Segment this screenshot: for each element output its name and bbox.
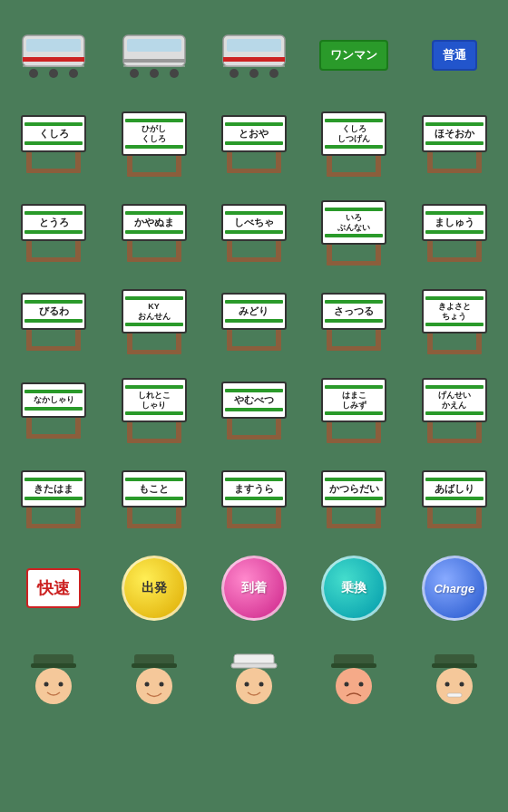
cell-s-katsuradai[interactable]: かつらだい <box>308 459 400 540</box>
svg-point-33 <box>236 668 272 704</box>
cell-s-hosooka[interactable]: ほそおか <box>408 103 501 185</box>
cell-s-mokoto[interactable]: もこと <box>107 459 200 540</box>
station-abashiri: あばしり <box>422 470 487 528</box>
cell-s-yamubetsu[interactable]: やむべつ <box>208 370 300 451</box>
cell-s-touro[interactable]: とうろ <box>7 192 100 274</box>
svg-point-19 <box>269 69 278 78</box>
wonman-label[interactable]: ワンマン <box>319 40 388 71</box>
cell-s-shiretokoshari[interactable]: しれとこ しゃり <box>107 370 200 451</box>
svg-point-23 <box>35 668 72 704</box>
svg-point-11 <box>150 69 159 78</box>
cell-train-1[interactable] <box>7 14 100 96</box>
svg-rect-46 <box>447 693 462 697</box>
station-kushiroshitsugen: くしろ しつげん <box>321 111 386 178</box>
svg-rect-15 <box>227 39 281 52</box>
svg-point-24 <box>44 682 49 687</box>
cell-s-kyonsen[interactable]: KY おんせん <box>107 281 200 362</box>
svg-point-43 <box>436 668 473 704</box>
cell-s-tooya[interactable]: とおや <box>208 103 300 185</box>
svg-point-44 <box>444 682 449 687</box>
svg-rect-9 <box>123 59 185 63</box>
station-hamakoshimizu: はまこ しみず <box>321 378 386 444</box>
svg-rect-42 <box>432 663 477 668</box>
cell-s-shibecha[interactable]: しべちゃ <box>208 192 300 274</box>
cell-officer-4[interactable] <box>308 636 400 718</box>
svg-point-17 <box>230 69 239 78</box>
cell-officer-3[interactable] <box>208 636 300 718</box>
svg-rect-16 <box>223 57 285 62</box>
station-kayanuma: かやぬま <box>122 204 187 262</box>
station-masuura: ますうら <box>221 470 287 528</box>
shuppatsu-bubble[interactable]: 出発 <box>122 556 187 621</box>
cell-s-kushiro[interactable]: くしろ <box>7 103 100 185</box>
station-mokoto: もこと <box>122 470 187 528</box>
station-shiretokoshari: しれとこ しゃり <box>122 378 187 444</box>
cell-s-midori[interactable]: みどり <box>208 281 300 362</box>
cell-kaisoku[interactable]: 快速 <box>7 547 100 629</box>
svg-point-25 <box>59 682 64 687</box>
cell-s-irobunnai[interactable]: いろ ぶんない <box>308 192 400 274</box>
cell-label-futsuu[interactable]: 普通 <box>408 14 501 96</box>
station-irobunnai: いろ ぶんない <box>321 200 386 266</box>
cell-s-kiyosatochou[interactable]: きよさと ちょう <box>408 281 501 362</box>
cell-s-mashuu[interactable]: ましゅう <box>408 192 501 274</box>
cell-s-kushiroshitsugen[interactable]: くしろ しつげん <box>308 103 400 185</box>
svg-rect-1 <box>26 39 81 52</box>
cell-s-kitahama[interactable]: きたはま <box>7 459 100 540</box>
svg-rect-8 <box>127 39 181 52</box>
station-genseikaen: げんせい かえん <box>422 378 487 444</box>
cell-officer-5[interactable] <box>408 636 501 718</box>
futsuu-label[interactable]: 普通 <box>432 40 477 71</box>
station-shibecha: しべちゃ <box>221 204 287 262</box>
cell-officer-1[interactable] <box>7 636 100 718</box>
svg-point-45 <box>459 682 464 687</box>
station-mashuu: ましゅう <box>422 204 487 262</box>
svg-point-4 <box>49 69 58 78</box>
train-icon-2 <box>122 32 187 79</box>
cell-shuppatsu[interactable]: 出発 <box>107 547 200 629</box>
svg-rect-32 <box>231 663 277 668</box>
svg-rect-22 <box>31 663 76 668</box>
norikaeri-bubble[interactable]: 乗換 <box>321 556 386 621</box>
cell-norikaeri[interactable]: 乗換 <box>308 547 400 629</box>
cell-tochaku[interactable]: 到着 <box>208 547 300 629</box>
cell-label-wonman[interactable]: ワンマン <box>308 14 400 96</box>
cell-train-3[interactable] <box>208 14 300 96</box>
svg-rect-37 <box>331 663 376 668</box>
svg-point-38 <box>336 668 372 704</box>
cell-s-kayanuma[interactable]: かやぬま <box>107 192 200 274</box>
charge-bubble[interactable]: Charge <box>422 556 487 621</box>
cell-s-genseikaen[interactable]: げんせい かえん <box>408 370 501 451</box>
officer-icon-4 <box>327 645 381 709</box>
station-hosooka: ほそおか <box>422 115 487 173</box>
station-biruwa: びるわ <box>21 293 86 351</box>
station-kushiro: くしろ <box>21 115 86 173</box>
cell-s-biruwa[interactable]: びるわ <box>7 281 100 362</box>
svg-point-12 <box>170 69 179 78</box>
station-nakashari: なかしゃり <box>21 382 86 439</box>
officer-icon-2 <box>127 645 181 709</box>
svg-point-28 <box>136 668 172 704</box>
emoji-grid: ワンマン 普通 くしろ ひがし くしろ <box>7 14 501 718</box>
kaisoku-badge[interactable]: 快速 <box>26 568 81 608</box>
cell-s-hamakoshimizu[interactable]: はまこ しみず <box>308 370 400 451</box>
officer-icon-5 <box>427 645 482 709</box>
tochaku-bubble[interactable]: 到着 <box>221 556 287 621</box>
svg-point-40 <box>359 682 364 687</box>
cell-s-masuura[interactable]: ますうら <box>208 459 300 540</box>
cell-s-sattsuru[interactable]: さっつる <box>308 281 400 362</box>
cell-s-higashikushiro[interactable]: ひがし くしろ <box>107 103 200 185</box>
cell-officer-2[interactable] <box>107 636 200 718</box>
station-kyonsen: KY おんせん <box>122 289 187 355</box>
train-icon-1 <box>21 32 86 79</box>
cell-s-abashiri[interactable]: あばしり <box>408 459 501 540</box>
svg-point-29 <box>144 682 149 687</box>
station-midori: みどり <box>221 293 287 351</box>
officer-icon-1 <box>26 645 81 709</box>
station-katsuradai: かつらだい <box>321 470 386 528</box>
station-touro: とうろ <box>21 204 86 262</box>
cell-train-2[interactable] <box>107 14 200 96</box>
cell-s-nakashari[interactable]: なかしゃり <box>7 370 100 451</box>
svg-point-3 <box>29 69 38 78</box>
cell-charge[interactable]: Charge <box>408 547 501 629</box>
